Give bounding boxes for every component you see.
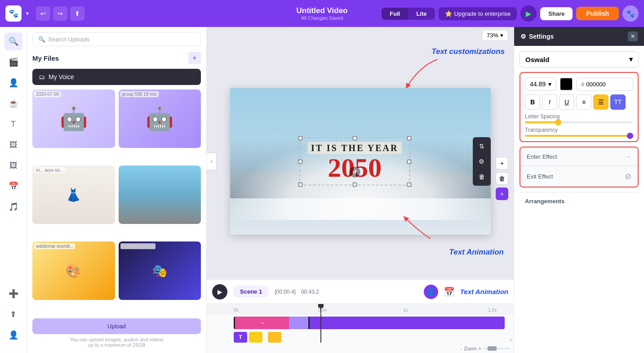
topbar-right: Full Lite ⭐ Upgrade to enterprise ▶ Shar… xyxy=(382,5,639,22)
redo-button[interactable]: ↪ xyxy=(53,6,67,21)
transparency-thumb[interactable] xyxy=(627,133,633,139)
arrangements-section: Arrangements xyxy=(520,192,639,210)
icon-sidebar: 🔍 🎬 👤 ☕ T 🖼 🖼 📅 🎵 ➕ ⬆ 👤 xyxy=(0,27,27,353)
element-settings-button[interactable]: ⚙ xyxy=(475,154,489,169)
letter-spacing-label: Letter Spacing xyxy=(525,113,633,120)
zoom-control[interactable]: 73% ▾ xyxy=(482,30,508,41)
file-thumb-robot1[interactable]: 2020-07-09 🤖 xyxy=(32,89,115,148)
list-button[interactable]: ≡ xyxy=(576,94,591,110)
underline-button[interactable]: U xyxy=(559,94,574,110)
transparency-slider[interactable] xyxy=(525,135,633,137)
letter-spacing-slider[interactable] xyxy=(525,121,633,123)
transparency-label: Transparency xyxy=(525,127,633,133)
sidebar-item-text[interactable]: T xyxy=(4,115,22,133)
topbar-title: Untitled Video All Changes Saved xyxy=(297,6,348,21)
publish-button[interactable]: Publish xyxy=(576,7,619,20)
search-icon: 🔍 xyxy=(38,36,45,43)
color-swatch[interactable] xyxy=(560,78,573,90)
my-voice-item[interactable]: 🗂 My Voice xyxy=(32,69,201,85)
resize-handle-br[interactable] xyxy=(407,183,411,187)
color-hex-input[interactable]: # 000000 xyxy=(576,78,633,91)
enterprise-button[interactable]: ⭐ Upgrade to enterprise xyxy=(439,7,517,20)
font-size-control[interactable]: 44.89 ▾ xyxy=(525,77,556,91)
file-thumb-nathan[interactable]: nathan-du... 5... 🎭 xyxy=(119,241,201,300)
play-scene-button[interactable]: ▶ xyxy=(212,284,227,299)
file-label-3: m... arys-no... xyxy=(34,167,65,173)
add-element-button[interactable]: + xyxy=(496,157,508,170)
plus-element-button[interactable]: + xyxy=(496,188,508,200)
upload-button[interactable]: ⬆ xyxy=(70,6,84,21)
timeline-clip-pink[interactable]: → xyxy=(234,317,290,329)
file-thumb-walde[interactable]: waldemar-brandt... 🎨 xyxy=(32,241,115,300)
zoom-slider-track[interactable] xyxy=(483,348,510,349)
sidebar-item-search[interactable]: 🔍 xyxy=(4,32,22,50)
sub-clip-yellow2[interactable] xyxy=(268,332,281,343)
hash-symbol: # xyxy=(581,81,584,88)
folder-icon: 🗂 xyxy=(39,73,45,80)
font-dropdown[interactable]: Oswald ▾ xyxy=(520,51,639,67)
resize-handle-bm[interactable] xyxy=(352,183,357,187)
sidebar-item-image[interactable]: 🖼 xyxy=(4,156,22,174)
element-share-button[interactable]: ⇅ xyxy=(475,139,489,153)
element-toolbar: ⇅ ⚙ 🗑 xyxy=(473,137,491,186)
toggle-lite[interactable]: Lite xyxy=(408,8,435,20)
zoom-slider-thumb[interactable] xyxy=(488,346,497,351)
text-case-button[interactable]: TT xyxy=(610,94,626,110)
file-thumb-city[interactable] xyxy=(119,165,201,224)
sidebar-item-video[interactable]: 🎬 xyxy=(4,53,22,71)
resize-handle-lm[interactable] xyxy=(298,159,302,164)
font-dropdown-chevron: ▾ xyxy=(629,55,633,63)
trash-element-button[interactable]: 🗑 xyxy=(496,172,508,185)
refresh-icon[interactable]: ↺ xyxy=(349,167,360,178)
sidebar-item-add[interactable]: ➕ xyxy=(4,285,22,303)
sidebar-item-coffee[interactable]: ☕ xyxy=(4,94,22,112)
upload-button[interactable]: Upload xyxy=(32,318,201,334)
close-settings-button[interactable]: ✕ xyxy=(628,31,638,41)
exit-effect-row[interactable]: Exit Effect ⊘ xyxy=(520,166,638,187)
italic-button[interactable]: I xyxy=(542,94,557,110)
sidebar-item-upload[interactable]: ⬆ xyxy=(4,305,22,323)
logo[interactable]: 🐾 xyxy=(5,5,22,22)
collapse-panel-button[interactable]: ‹ xyxy=(207,152,217,170)
add-file-button[interactable]: + xyxy=(188,52,201,64)
letter-spacing-thumb[interactable] xyxy=(555,119,561,125)
preview-play-button[interactable]: ▶ xyxy=(520,5,537,22)
font-name: Oswald xyxy=(525,56,549,63)
effects-box: Enter Effect → Exit Effect ⊘ xyxy=(520,147,639,188)
timeline-clip-mid[interactable] xyxy=(289,317,310,329)
file-thumb-wedding[interactable]: m... arys-no... 👗 xyxy=(32,165,115,224)
element-delete-button[interactable]: 🗑 xyxy=(475,170,489,184)
share-button[interactable]: Share xyxy=(540,7,573,20)
scene-avatar: 👤 xyxy=(424,285,438,299)
sidebar-item-music[interactable]: 🎵 xyxy=(4,198,22,216)
canvas-wrapper: ‹ Text customizations xyxy=(207,44,514,279)
sidebar-item-background[interactable]: 🖼 xyxy=(4,136,22,154)
dropdown-arrow[interactable]: ▾ xyxy=(26,10,29,17)
sidebar-item-profile[interactable]: 👤 xyxy=(4,326,22,344)
file-thumb-robot2[interactable]: group 506 18 mix 🤖 xyxy=(119,89,201,148)
user-avatar[interactable]: 🐾 xyxy=(622,5,639,22)
canvas-text-element[interactable]: IT IS THE YEAR 2050 ↺ xyxy=(299,138,410,186)
zoom-minus-icon: - xyxy=(461,346,462,351)
canvas-toolbar: 73% ▾ xyxy=(207,27,514,44)
zoom-controls-bottom: - Zoom + xyxy=(461,346,510,351)
sidebar-item-avatar[interactable]: 👤 xyxy=(4,74,22,92)
resize-handle-tr[interactable] xyxy=(407,136,411,141)
sub-clip-t[interactable]: T xyxy=(234,332,247,343)
view-toggle: Full Lite xyxy=(382,8,435,20)
timeline-scrubber-track xyxy=(320,314,321,343)
resize-handle-tl[interactable] xyxy=(298,136,302,141)
zoom-value: 73% xyxy=(487,32,498,39)
undo-button[interactable]: ↩ xyxy=(36,6,50,21)
resize-handle-bl[interactable] xyxy=(298,183,302,187)
center-right-wrapper: 73% ▾ ‹ Text customizations xyxy=(207,27,644,353)
sub-clip-yellow1[interactable] xyxy=(249,332,262,343)
enter-effect-row[interactable]: Enter Effect → xyxy=(520,147,638,166)
resize-handle-rm[interactable] xyxy=(407,159,411,164)
bold-button[interactable]: B xyxy=(525,94,540,110)
align-button[interactable]: ☰ xyxy=(593,94,608,110)
toggle-full[interactable]: Full xyxy=(382,8,408,20)
resize-handle-tm[interactable] xyxy=(352,136,357,141)
search-box[interactable]: 🔍 Search Uploads xyxy=(32,32,201,46)
sidebar-item-calendar[interactable]: 📅 xyxy=(4,177,22,195)
